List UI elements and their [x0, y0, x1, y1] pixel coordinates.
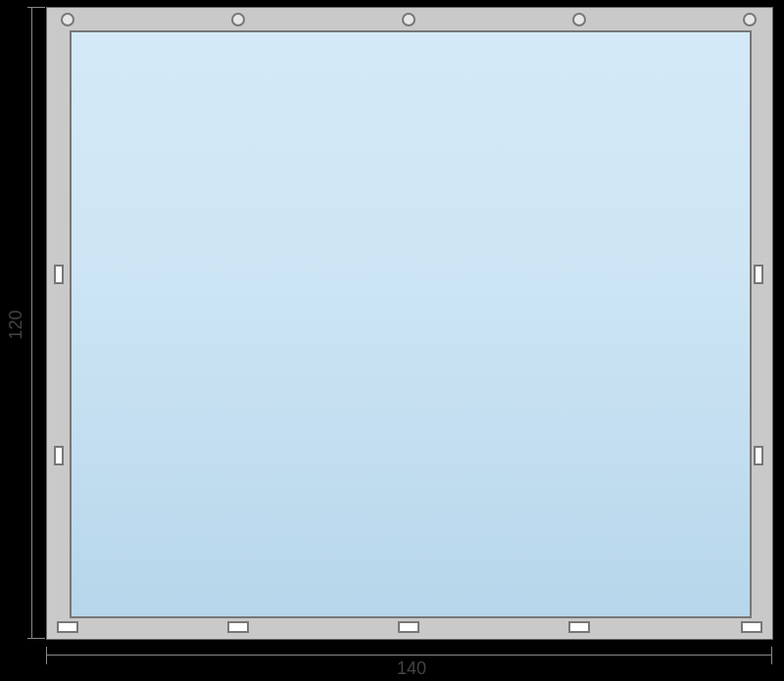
dim-height-label: 120: [6, 309, 26, 340]
dim-width-tick-right: [771, 647, 772, 664]
slot-right-1: [754, 265, 763, 284]
slot-bottom-4: [568, 621, 590, 633]
diagram-canvas: 120 140: [0, 0, 784, 681]
slot-left-1: [54, 265, 64, 284]
eyelet-top-5: [743, 13, 757, 26]
slot-bottom-3: [398, 621, 419, 633]
slot-right-2: [754, 446, 763, 465]
eyelet-top-4: [572, 13, 586, 26]
dim-width-tick-left: [46, 647, 47, 664]
slot-bottom-5: [741, 621, 762, 633]
eyelet-top-2: [231, 13, 245, 26]
dim-width-label: 140: [372, 658, 451, 679]
eyelet-top-3: [402, 13, 416, 26]
slot-bottom-1: [57, 621, 78, 633]
panel-glass: [70, 30, 752, 618]
dim-height-tick-bot: [27, 638, 45, 639]
dim-width-line: [46, 655, 771, 656]
dim-height-line: [31, 7, 32, 638]
eyelet-top-1: [61, 13, 74, 26]
dim-height-tick-top: [27, 7, 45, 8]
slot-left-2: [54, 446, 64, 465]
slot-bottom-2: [227, 621, 249, 633]
